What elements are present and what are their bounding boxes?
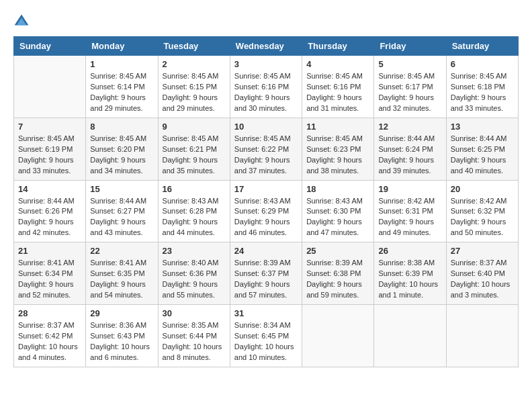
calendar-cell: 25Sunrise: 8:39 AMSunset: 6:38 PMDayligh… (302, 242, 374, 305)
calendar-cell: 13Sunrise: 8:44 AMSunset: 6:25 PMDayligh… (446, 118, 518, 180)
calendar-cell: 21Sunrise: 8:41 AMSunset: 6:34 PMDayligh… (14, 242, 86, 305)
day-number: 21 (18, 246, 81, 256)
cell-content: Sunrise: 8:39 AMSunset: 6:38 PMDaylight:… (306, 258, 369, 301)
calendar-cell: 24Sunrise: 8:39 AMSunset: 6:37 PMDayligh… (230, 242, 302, 305)
calendar-cell: 15Sunrise: 8:44 AMSunset: 6:27 PMDayligh… (86, 180, 158, 242)
cell-content: Sunrise: 8:40 AMSunset: 6:36 PMDaylight:… (163, 258, 226, 301)
weekday-header-sunday: Sunday (14, 37, 86, 56)
calendar-cell (446, 305, 518, 367)
calendar-table: SundayMondayTuesdayWednesdayThursdayFrid… (13, 36, 519, 367)
calendar-cell: 20Sunrise: 8:42 AMSunset: 6:32 PMDayligh… (446, 180, 518, 242)
cell-content: Sunrise: 8:39 AMSunset: 6:37 PMDaylight:… (234, 258, 298, 301)
cell-content: Sunrise: 8:45 AMSunset: 6:16 PMDaylight:… (234, 71, 298, 114)
day-number: 8 (90, 122, 153, 132)
calendar-cell (302, 305, 374, 367)
weekday-header-tuesday: Tuesday (158, 37, 230, 56)
calendar-cell (374, 305, 446, 367)
cell-content: Sunrise: 8:35 AMSunset: 6:44 PMDaylight:… (163, 320, 226, 363)
calendar-cell: 30Sunrise: 8:35 AMSunset: 6:44 PMDayligh… (158, 305, 230, 367)
cell-content: Sunrise: 8:45 AMSunset: 6:19 PMDaylight:… (18, 134, 81, 177)
calendar-cell: 26Sunrise: 8:38 AMSunset: 6:39 PMDayligh… (374, 242, 446, 305)
day-number: 17 (234, 184, 298, 194)
cell-content: Sunrise: 8:44 AMSunset: 6:24 PMDaylight:… (378, 134, 441, 177)
calendar-cell: 10Sunrise: 8:45 AMSunset: 6:22 PMDayligh… (230, 118, 302, 180)
cell-content: Sunrise: 8:37 AMSunset: 6:40 PMDaylight:… (451, 258, 514, 301)
cell-content: Sunrise: 8:43 AMSunset: 6:30 PMDaylight:… (306, 196, 369, 239)
calendar-cell: 3Sunrise: 8:45 AMSunset: 6:16 PMDaylight… (230, 56, 302, 118)
day-number: 16 (163, 184, 226, 194)
day-number: 24 (234, 246, 298, 256)
calendar-cell: 23Sunrise: 8:40 AMSunset: 6:36 PMDayligh… (158, 242, 230, 305)
cell-content: Sunrise: 8:44 AMSunset: 6:26 PMDaylight:… (18, 196, 81, 239)
cell-content: Sunrise: 8:42 AMSunset: 6:32 PMDaylight:… (451, 196, 514, 239)
cell-content: Sunrise: 8:43 AMSunset: 6:29 PMDaylight:… (234, 196, 298, 239)
calendar-cell: 27Sunrise: 8:37 AMSunset: 6:40 PMDayligh… (446, 242, 518, 305)
day-number: 5 (378, 59, 441, 69)
cell-content: Sunrise: 8:34 AMSunset: 6:45 PMDaylight:… (234, 320, 298, 363)
day-number: 27 (451, 246, 514, 256)
calendar-cell: 12Sunrise: 8:44 AMSunset: 6:24 PMDayligh… (374, 118, 446, 180)
day-number: 22 (90, 246, 153, 256)
day-number: 15 (90, 184, 153, 194)
cell-content: Sunrise: 8:45 AMSunset: 6:23 PMDaylight:… (306, 134, 369, 177)
calendar-cell: 14Sunrise: 8:44 AMSunset: 6:26 PMDayligh… (14, 180, 86, 242)
calendar-cell: 9Sunrise: 8:45 AMSunset: 6:21 PMDaylight… (158, 118, 230, 180)
day-number: 30 (163, 308, 226, 318)
cell-content: Sunrise: 8:41 AMSunset: 6:35 PMDaylight:… (90, 258, 153, 301)
day-number: 25 (306, 246, 369, 256)
page-header (13, 13, 519, 30)
calendar-cell: 18Sunrise: 8:43 AMSunset: 6:30 PMDayligh… (302, 180, 374, 242)
calendar-week-3: 21Sunrise: 8:41 AMSunset: 6:34 PMDayligh… (14, 242, 519, 305)
cell-content: Sunrise: 8:45 AMSunset: 6:17 PMDaylight:… (378, 71, 441, 114)
calendar-cell: 5Sunrise: 8:45 AMSunset: 6:17 PMDaylight… (374, 56, 446, 118)
cell-content: Sunrise: 8:45 AMSunset: 6:18 PMDaylight:… (451, 71, 514, 114)
day-number: 12 (378, 122, 441, 132)
calendar-cell: 22Sunrise: 8:41 AMSunset: 6:35 PMDayligh… (86, 242, 158, 305)
day-number: 7 (18, 122, 81, 132)
cell-content: Sunrise: 8:44 AMSunset: 6:25 PMDaylight:… (451, 134, 514, 177)
day-number: 20 (451, 184, 514, 194)
day-number: 9 (163, 122, 226, 132)
cell-content: Sunrise: 8:45 AMSunset: 6:15 PMDaylight:… (163, 71, 226, 114)
calendar-week-4: 28Sunrise: 8:37 AMSunset: 6:42 PMDayligh… (14, 305, 519, 367)
day-number: 26 (378, 246, 441, 256)
cell-content: Sunrise: 8:45 AMSunset: 6:20 PMDaylight:… (90, 134, 153, 177)
calendar-cell: 1Sunrise: 8:45 AMSunset: 6:14 PMDaylight… (86, 56, 158, 118)
weekday-header-friday: Friday (374, 37, 446, 56)
day-number: 11 (306, 122, 369, 132)
cell-content: Sunrise: 8:36 AMSunset: 6:43 PMDaylight:… (90, 320, 153, 363)
day-number: 10 (234, 122, 298, 132)
calendar-cell: 28Sunrise: 8:37 AMSunset: 6:42 PMDayligh… (14, 305, 86, 367)
day-number: 19 (378, 184, 441, 194)
day-number: 13 (451, 122, 514, 132)
cell-content: Sunrise: 8:45 AMSunset: 6:16 PMDaylight:… (306, 71, 369, 114)
day-number: 1 (90, 59, 153, 69)
cell-content: Sunrise: 8:37 AMSunset: 6:42 PMDaylight:… (18, 320, 81, 363)
calendar-week-2: 14Sunrise: 8:44 AMSunset: 6:26 PMDayligh… (14, 180, 519, 242)
day-number: 3 (234, 59, 298, 69)
day-number: 2 (163, 59, 226, 69)
calendar-cell: 31Sunrise: 8:34 AMSunset: 6:45 PMDayligh… (230, 305, 302, 367)
weekday-header-thursday: Thursday (302, 37, 374, 56)
day-number: 6 (451, 59, 514, 69)
calendar-cell: 19Sunrise: 8:42 AMSunset: 6:31 PMDayligh… (374, 180, 446, 242)
day-number: 31 (234, 308, 298, 318)
calendar-week-1: 7Sunrise: 8:45 AMSunset: 6:19 PMDaylight… (14, 118, 519, 180)
cell-content: Sunrise: 8:45 AMSunset: 6:14 PMDaylight:… (90, 71, 153, 114)
calendar-cell: 8Sunrise: 8:45 AMSunset: 6:20 PMDaylight… (86, 118, 158, 180)
calendar-cell: 29Sunrise: 8:36 AMSunset: 6:43 PMDayligh… (86, 305, 158, 367)
calendar-cell: 11Sunrise: 8:45 AMSunset: 6:23 PMDayligh… (302, 118, 374, 180)
logo-icon (13, 13, 30, 30)
cell-content: Sunrise: 8:41 AMSunset: 6:34 PMDaylight:… (18, 258, 81, 301)
weekday-header-saturday: Saturday (446, 37, 518, 56)
cell-content: Sunrise: 8:38 AMSunset: 6:39 PMDaylight:… (378, 258, 441, 301)
cell-content: Sunrise: 8:44 AMSunset: 6:27 PMDaylight:… (90, 196, 153, 239)
cell-content: Sunrise: 8:43 AMSunset: 6:28 PMDaylight:… (163, 196, 226, 239)
logo (13, 13, 32, 30)
calendar-cell (14, 56, 86, 118)
day-number: 28 (18, 308, 81, 318)
weekday-header-wednesday: Wednesday (230, 37, 302, 56)
cell-content: Sunrise: 8:45 AMSunset: 6:21 PMDaylight:… (163, 134, 226, 177)
day-number: 18 (306, 184, 369, 194)
calendar-cell: 4Sunrise: 8:45 AMSunset: 6:16 PMDaylight… (302, 56, 374, 118)
